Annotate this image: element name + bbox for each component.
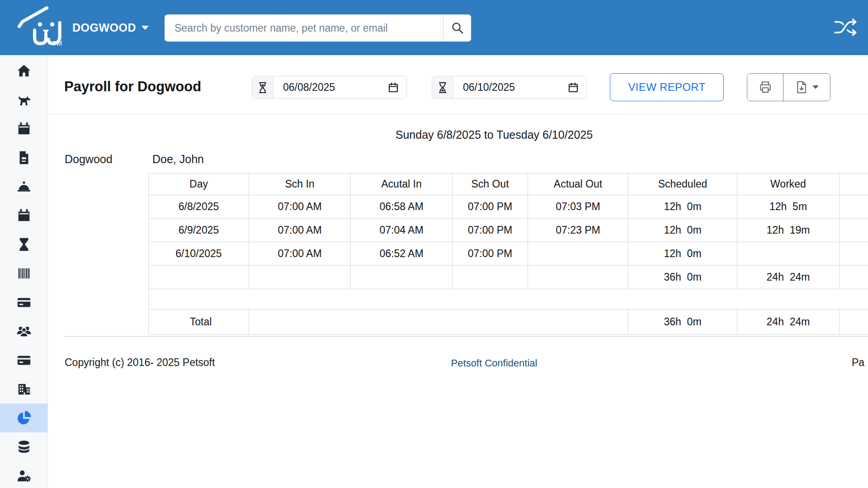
total-row: Total 36h 0m 24h 24m: [149, 310, 868, 335]
table-row: 6/8/2025 07:00 AM 06:58 AM 07:00 PM 07:0…: [149, 195, 868, 219]
cell-sch-out: 07:00 PM: [453, 219, 528, 242]
print-button[interactable]: [747, 74, 783, 101]
col-actual-in: Acutal In: [351, 174, 453, 195]
subtotal-worked: 24h 24m: [737, 266, 840, 289]
calendar-picker-icon: [567, 82, 579, 94]
brand-logo[interactable]: TM: [15, 3, 68, 52]
cell-sch-in: 07:00 AM: [249, 195, 351, 219]
cell-scheduled: 12h 0m: [628, 195, 737, 219]
sidebar-item-customers[interactable]: [0, 317, 47, 346]
sidebar-item-reports[interactable]: [0, 404, 47, 432]
search-button[interactable]: [443, 14, 471, 42]
col-sch-in: Sch In: [249, 174, 351, 195]
calendar-icon: [16, 208, 32, 223]
col-scheduled: Scheduled: [628, 174, 737, 195]
total-label: Total: [149, 310, 249, 335]
total-worked: 24h 24m: [737, 310, 840, 335]
table-row: 6/10/2025 07:00 AM 06:52 AM 07:00 PM 12h…: [149, 242, 868, 266]
total-scheduled: 36h 0m: [628, 310, 737, 335]
cell-day: 6/9/2025: [149, 219, 249, 242]
user-gear-icon: [16, 468, 32, 483]
sidebar-item-data[interactable]: [0, 432, 47, 461]
file-download-icon: [795, 80, 808, 94]
trademark-label: TM: [52, 40, 62, 47]
sidebar-item-billing[interactable]: [0, 346, 47, 375]
hourglass-start-icon: [252, 76, 274, 99]
confidential-link[interactable]: Petsoft Confidential: [120, 357, 868, 369]
shuffle-button[interactable]: [832, 16, 861, 39]
cell-sch-out: 07:00 PM: [453, 242, 528, 266]
table-row: 6/9/2025 07:00 AM 07:04 AM 07:00 PM 07:2…: [149, 219, 868, 242]
view-report-button[interactable]: VIEW REPORT: [610, 73, 724, 101]
sidebar: [0, 55, 48, 488]
spacer-row: [149, 289, 868, 310]
credit-card-icon: [16, 295, 32, 310]
home-icon: [16, 63, 32, 79]
sidebar-item-payments[interactable]: [0, 288, 47, 317]
building-icon: [16, 381, 32, 397]
export-dropdown-button[interactable]: [783, 74, 830, 101]
sidebar-item-calendar[interactable]: [0, 114, 47, 143]
cell-scheduled: 12h 0m: [628, 219, 737, 242]
dog-icon: [16, 92, 32, 108]
document-icon: [16, 150, 32, 165]
subtotal-row: 36h 0m 24h 24m: [149, 266, 868, 289]
shuffle-icon: [833, 18, 859, 37]
cell-actual-out: 07:03 PM: [528, 195, 628, 219]
cell-note: [840, 219, 868, 242]
cell-scheduled: 12h 0m: [628, 242, 737, 266]
sidebar-item-invoices[interactable]: [0, 143, 47, 172]
table-header-row: Day Sch In Acutal In Sch Out Actual Out …: [149, 174, 868, 195]
sidebar-item-schedule[interactable]: [0, 201, 47, 230]
cell-actual-in: 06:52 AM: [351, 242, 453, 266]
service-bell-icon: [16, 179, 32, 194]
sidebar-item-pets[interactable]: [0, 85, 47, 114]
barcode-icon: [16, 266, 32, 281]
page-indicator: Pa: [852, 357, 864, 369]
hourglass-end-icon: [432, 76, 453, 99]
cell-actual-out: 07:23 PM: [528, 219, 628, 242]
location-dropdown-label: DOGWOOD: [72, 21, 136, 34]
payroll-table-wrap: Day Sch In Acutal In Sch Out Actual Out …: [148, 173, 868, 335]
group-separator-line: [65, 336, 868, 337]
location-dropdown[interactable]: DOGWOOD: [72, 0, 149, 55]
end-date-group: [432, 76, 587, 99]
page-title: Payroll for Dogwood: [64, 79, 201, 95]
sidebar-item-time-clock[interactable]: [0, 230, 47, 259]
search-bar: [165, 14, 471, 42]
col-worked: Worked: [737, 174, 840, 195]
cell-worked: 12h 19m: [737, 219, 840, 242]
credit-card-icon: [16, 352, 32, 368]
end-date-picker-button[interactable]: [560, 76, 586, 99]
calendar-picker-icon: [387, 82, 399, 94]
search-input[interactable]: [165, 14, 443, 42]
chevron-down-icon: [142, 26, 149, 30]
cell-sch-in: 07:00 AM: [249, 242, 351, 266]
cell-actual-out: [528, 242, 628, 266]
sidebar-item-staff-settings[interactable]: [0, 461, 47, 488]
col-sch-out: Sch Out: [453, 174, 528, 195]
cell-worked: 12h 5m: [737, 195, 840, 219]
cell-note: [840, 242, 868, 266]
end-date-input[interactable]: [453, 76, 560, 99]
pie-chart-icon: [16, 410, 32, 426]
start-date-picker-button[interactable]: [380, 76, 406, 99]
sidebar-item-facility[interactable]: [0, 375, 47, 404]
location-group-label: Dogwood: [65, 153, 113, 166]
calendar-icon: [16, 121, 32, 136]
col-actual-out: Actual Out: [528, 174, 628, 195]
database-icon: [16, 439, 32, 455]
start-date-input[interactable]: [274, 76, 380, 99]
start-date-group: [252, 76, 407, 99]
users-icon: [15, 324, 33, 339]
cell-sch-in: 07:00 AM: [249, 219, 351, 242]
col-day: Day: [149, 174, 249, 195]
cell-day: 6/8/2025: [149, 195, 249, 219]
sidebar-item-services[interactable]: [0, 172, 47, 201]
sidebar-item-home[interactable]: [0, 56, 47, 85]
sidebar-item-barcode[interactable]: [0, 259, 47, 288]
cell-sch-out: 07:00 PM: [453, 195, 528, 219]
printer-icon: [758, 80, 773, 94]
hourglass-icon: [16, 237, 32, 252]
cell-actual-in: 06:58 AM: [351, 195, 453, 219]
